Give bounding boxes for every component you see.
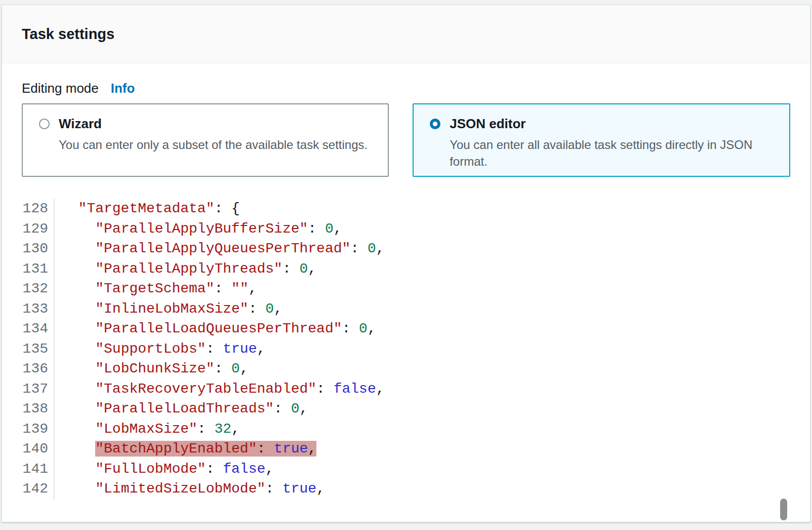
code-text: "TaskRecoveryTableEnabled": false, — [55, 379, 385, 399]
code-line[interactable]: 132 "TargetSchema": "", — [2, 279, 810, 299]
line-number: 142 — [2, 479, 55, 499]
code-text: "ParallelApplyQueuesPerThread": 0, — [55, 239, 385, 259]
line-number: 131 — [2, 259, 55, 279]
code-line[interactable]: 133 "InlineLobMaxSize": 0, — [2, 299, 810, 319]
code-line[interactable]: 140 "BatchApplyEnabled": true, — [2, 439, 810, 459]
option-json-description: You can enter all available task setting… — [450, 136, 753, 170]
editing-mode-row: Editing mode Info — [22, 81, 810, 96]
line-number: 137 — [2, 379, 55, 399]
code-text: "LimitedSizeLobMode": true, — [55, 479, 325, 499]
code-text: "ParallelLoadQueuesPerThread": 0, — [55, 319, 376, 339]
code-line[interactable]: 138 "ParallelLoadThreads": 0, — [2, 399, 810, 419]
code-line[interactable]: 135 "SupportLobs": true, — [2, 339, 810, 359]
code-line[interactable]: 137 "TaskRecoveryTableEnabled": false, — [2, 379, 810, 399]
panel-body: Editing mode Info Wizard You can enter o… — [2, 81, 810, 499]
editing-mode-options: Wizard You can enter only a subset of th… — [22, 103, 790, 177]
line-number: 134 — [2, 319, 55, 339]
line-number: 128 — [2, 199, 55, 219]
scrollbar-thumb[interactable] — [780, 499, 787, 520]
option-wizard-title: Wizard — [59, 116, 102, 132]
line-number: 132 — [2, 279, 55, 299]
code-text: "LobMaxSize": 32, — [55, 419, 240, 439]
code-line[interactable]: 131 "ParallelApplyThreads": 0, — [2, 259, 810, 279]
code-line[interactable]: 141 "FullLobMode": false, — [2, 459, 810, 479]
code-text: "InlineLobMaxSize": 0, — [55, 299, 282, 319]
option-wizard-description: You can enter only a subset of the avail… — [59, 136, 368, 153]
code-line[interactable]: 130 "ParallelApplyQueuesPerThread": 0, — [2, 239, 810, 259]
json-editor-radio-button[interactable] — [430, 119, 440, 129]
code-text: "TargetSchema": "", — [55, 279, 257, 299]
code-text: "ParallelLoadThreads": 0, — [55, 399, 308, 419]
code-lines: 128 "TargetMetadata": {129 "ParallelAppl… — [2, 199, 810, 499]
option-json-editor[interactable]: JSON editor You can enter all available … — [413, 103, 790, 177]
page-title: Task settings — [22, 26, 114, 43]
code-text: "ParallelApplyBufferSize": 0, — [55, 219, 342, 239]
code-line[interactable]: 142 "LimitedSizeLobMode": true, — [2, 479, 810, 499]
line-number: 138 — [2, 399, 55, 419]
code-text: "TargetMetadata": { — [55, 199, 240, 219]
line-number: 130 — [2, 239, 55, 259]
wizard-radio-button[interactable] — [39, 119, 50, 129]
code-line[interactable]: 139 "LobMaxSize": 32, — [2, 419, 810, 439]
line-number: 141 — [2, 459, 55, 479]
option-json-title: JSON editor — [450, 116, 525, 132]
panel-header: Task settings — [2, 5, 810, 63]
line-number: 129 — [2, 219, 55, 239]
line-number: 136 — [2, 359, 55, 379]
option-json-title-row: JSON editor — [430, 116, 769, 132]
task-settings-panel: Task settings Editing mode Info Wizard Y… — [2, 5, 810, 522]
code-line[interactable]: 134 "ParallelLoadQueuesPerThread": 0, — [2, 319, 810, 339]
highlighted-code: "BatchApplyEnabled": true, — [95, 441, 316, 457]
code-text: "SupportLobs": true, — [55, 339, 265, 359]
line-number: 135 — [2, 339, 55, 359]
line-number: 133 — [2, 299, 55, 319]
line-number: 140 — [2, 439, 55, 459]
line-number: 139 — [2, 419, 55, 439]
code-line[interactable]: 129 "ParallelApplyBufferSize": 0, — [2, 219, 810, 239]
code-text: "FullLobMode": false, — [55, 459, 274, 479]
option-wizard-title-row: Wizard — [39, 116, 368, 132]
code-line[interactable]: 128 "TargetMetadata": { — [2, 199, 810, 219]
editing-mode-label: Editing mode — [22, 81, 99, 96]
json-code-editor[interactable]: 128 "TargetMetadata": {129 "ParallelAppl… — [2, 199, 810, 499]
option-wizard[interactable]: Wizard You can enter only a subset of th… — [22, 103, 389, 177]
code-text: "BatchApplyEnabled": true, — [55, 439, 316, 459]
code-line[interactable]: 136 "LobChunkSize": 0, — [2, 359, 810, 379]
code-text: "ParallelApplyThreads": 0, — [55, 259, 316, 279]
info-link[interactable]: Info — [111, 81, 135, 96]
code-text: "LobChunkSize": 0, — [55, 359, 249, 379]
